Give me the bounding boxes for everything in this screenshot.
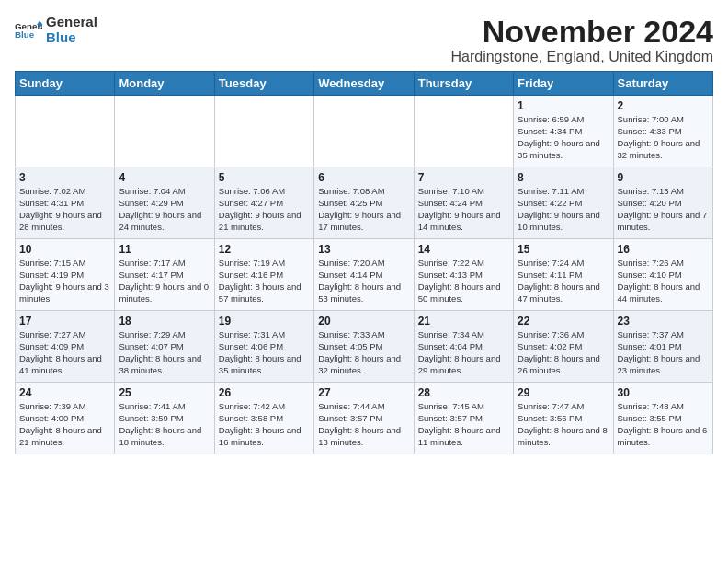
day-info: Sunrise: 7:41 AM Sunset: 3:59 PM Dayligh… [119,401,210,448]
day-info: Sunrise: 7:39 AM Sunset: 4:00 PM Dayligh… [19,401,110,448]
logo-text: General Blue [46,15,97,45]
calendar-cell: 26Sunrise: 7:42 AM Sunset: 3:58 PM Dayli… [214,383,313,454]
weekday-row: SundayMondayTuesdayWednesdayThursdayFrid… [16,72,713,96]
calendar-cell: 27Sunrise: 7:44 AM Sunset: 3:57 PM Dayli… [314,383,414,454]
day-number: 4 [119,171,210,184]
day-number: 5 [219,171,310,184]
calendar-cell: 29Sunrise: 7:47 AM Sunset: 3:56 PM Dayli… [514,383,613,454]
day-number: 24 [19,386,110,399]
day-number: 28 [418,386,509,399]
calendar-cell [214,96,313,167]
day-number: 2 [618,99,709,112]
calendar-cell: 19Sunrise: 7:31 AM Sunset: 4:06 PM Dayli… [214,311,313,383]
day-number: 11 [119,243,210,256]
day-info: Sunrise: 7:06 AM Sunset: 4:27 PM Dayligh… [219,186,310,233]
location-title: Hardingstone, England, United Kingdom [450,49,713,65]
calendar-cell: 30Sunrise: 7:48 AM Sunset: 3:55 PM Dayli… [613,383,712,454]
day-info: Sunrise: 7:48 AM Sunset: 3:55 PM Dayligh… [618,401,709,448]
month-title: November 2024 [450,15,713,49]
day-number: 8 [518,171,609,184]
day-number: 6 [318,171,409,184]
day-info: Sunrise: 7:08 AM Sunset: 4:25 PM Dayligh… [318,186,409,233]
calendar-cell: 13Sunrise: 7:20 AM Sunset: 4:14 PM Dayli… [314,239,414,311]
weekday-header-tuesday: Tuesday [214,72,313,96]
calendar-cell [16,96,115,167]
day-info: Sunrise: 7:47 AM Sunset: 3:56 PM Dayligh… [518,401,609,448]
day-number: 18 [119,315,210,327]
day-number: 21 [418,315,509,327]
calendar-cell [314,96,414,167]
calendar-cell: 23Sunrise: 7:37 AM Sunset: 4:01 PM Dayli… [613,311,712,383]
day-info: Sunrise: 7:36 AM Sunset: 4:02 PM Dayligh… [518,329,609,376]
day-info: Sunrise: 7:31 AM Sunset: 4:06 PM Dayligh… [219,329,310,376]
calendar-cell: 11Sunrise: 7:17 AM Sunset: 4:17 PM Dayli… [115,239,214,311]
calendar-cell: 25Sunrise: 7:41 AM Sunset: 3:59 PM Dayli… [115,383,214,454]
calendar-cell: 15Sunrise: 7:24 AM Sunset: 4:11 PM Dayli… [514,239,613,311]
calendar-body: 1Sunrise: 6:59 AM Sunset: 4:34 PM Daylig… [16,96,713,454]
day-number: 30 [618,386,709,399]
day-number: 14 [418,243,509,256]
day-info: Sunrise: 6:59 AM Sunset: 4:34 PM Dayligh… [518,114,609,161]
day-info: Sunrise: 7:15 AM Sunset: 4:19 PM Dayligh… [19,258,110,304]
day-info: Sunrise: 7:26 AM Sunset: 4:10 PM Dayligh… [618,258,709,304]
logo-icon: General Blue [15,19,42,41]
day-number: 22 [518,315,609,327]
day-number: 19 [219,315,310,327]
calendar-week-3: 10Sunrise: 7:15 AM Sunset: 4:19 PM Dayli… [16,239,713,311]
calendar-cell: 20Sunrise: 7:33 AM Sunset: 4:05 PM Dayli… [314,311,414,383]
day-info: Sunrise: 7:11 AM Sunset: 4:22 PM Dayligh… [518,186,609,233]
calendar-cell: 21Sunrise: 7:34 AM Sunset: 4:04 PM Dayli… [414,311,513,383]
svg-text:Blue: Blue [15,29,35,40]
day-number: 1 [518,99,609,112]
day-number: 10 [19,243,110,256]
calendar-cell: 22Sunrise: 7:36 AM Sunset: 4:02 PM Dayli… [514,311,613,383]
day-number: 26 [219,386,310,399]
day-info: Sunrise: 7:20 AM Sunset: 4:14 PM Dayligh… [318,258,409,304]
weekday-header-friday: Friday [514,72,613,96]
title-block: November 2024 Hardingstone, England, Uni… [450,15,713,65]
calendar-week-2: 3Sunrise: 7:02 AM Sunset: 4:31 PM Daylig… [16,167,713,239]
calendar-cell [115,96,214,167]
day-number: 3 [19,171,110,184]
day-info: Sunrise: 7:42 AM Sunset: 3:58 PM Dayligh… [219,401,310,448]
day-info: Sunrise: 7:22 AM Sunset: 4:13 PM Dayligh… [418,258,509,304]
calendar-cell: 7Sunrise: 7:10 AM Sunset: 4:24 PM Daylig… [414,167,513,239]
calendar-cell: 24Sunrise: 7:39 AM Sunset: 4:00 PM Dayli… [16,383,115,454]
calendar-week-1: 1Sunrise: 6:59 AM Sunset: 4:34 PM Daylig… [16,96,713,167]
calendar-cell: 1Sunrise: 6:59 AM Sunset: 4:34 PM Daylig… [514,96,613,167]
day-info: Sunrise: 7:29 AM Sunset: 4:07 PM Dayligh… [119,329,210,376]
day-info: Sunrise: 7:44 AM Sunset: 3:57 PM Dayligh… [318,401,409,448]
weekday-header-thursday: Thursday [414,72,513,96]
calendar-cell: 28Sunrise: 7:45 AM Sunset: 3:57 PM Dayli… [414,383,513,454]
day-number: 29 [518,386,609,399]
day-number: 7 [418,171,509,184]
calendar-cell: 3Sunrise: 7:02 AM Sunset: 4:31 PM Daylig… [16,167,115,239]
calendar-cell: 10Sunrise: 7:15 AM Sunset: 4:19 PM Dayli… [16,239,115,311]
day-info: Sunrise: 7:04 AM Sunset: 4:29 PM Dayligh… [119,186,210,233]
calendar-cell [414,96,513,167]
day-info: Sunrise: 7:19 AM Sunset: 4:16 PM Dayligh… [219,258,310,304]
calendar-cell: 12Sunrise: 7:19 AM Sunset: 4:16 PM Dayli… [214,239,313,311]
day-number: 16 [618,243,709,256]
calendar-week-4: 17Sunrise: 7:27 AM Sunset: 4:09 PM Dayli… [16,311,713,383]
day-number: 9 [618,171,709,184]
day-number: 23 [618,315,709,327]
calendar-week-5: 24Sunrise: 7:39 AM Sunset: 4:00 PM Dayli… [16,383,713,454]
calendar-cell: 4Sunrise: 7:04 AM Sunset: 4:29 PM Daylig… [115,167,214,239]
calendar-cell: 14Sunrise: 7:22 AM Sunset: 4:13 PM Dayli… [414,239,513,311]
header: General Blue General Blue November 2024 … [15,15,713,65]
day-info: Sunrise: 7:17 AM Sunset: 4:17 PM Dayligh… [119,258,210,304]
day-info: Sunrise: 7:10 AM Sunset: 4:24 PM Dayligh… [418,186,509,233]
calendar: SundayMondayTuesdayWednesdayThursdayFrid… [15,71,713,454]
calendar-cell: 16Sunrise: 7:26 AM Sunset: 4:10 PM Dayli… [613,239,712,311]
page: General Blue General Blue November 2024 … [0,0,728,462]
day-info: Sunrise: 7:37 AM Sunset: 4:01 PM Dayligh… [618,329,709,376]
calendar-cell: 8Sunrise: 7:11 AM Sunset: 4:22 PM Daylig… [514,167,613,239]
calendar-cell: 5Sunrise: 7:06 AM Sunset: 4:27 PM Daylig… [214,167,313,239]
calendar-cell: 6Sunrise: 7:08 AM Sunset: 4:25 PM Daylig… [314,167,414,239]
calendar-cell: 17Sunrise: 7:27 AM Sunset: 4:09 PM Dayli… [16,311,115,383]
logo: General Blue General Blue [15,15,97,45]
day-info: Sunrise: 7:02 AM Sunset: 4:31 PM Dayligh… [19,186,110,233]
day-number: 17 [19,315,110,327]
day-number: 20 [318,315,409,327]
